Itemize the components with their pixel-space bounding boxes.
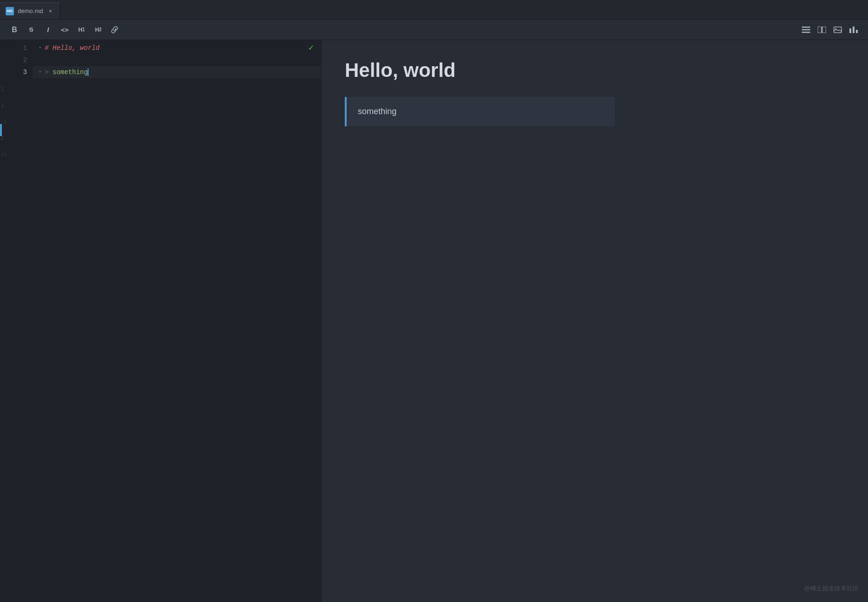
view-chart-button[interactable] bbox=[847, 23, 861, 37]
svg-rect-1 bbox=[802, 29, 810, 30]
link-button[interactable] bbox=[108, 23, 122, 37]
far-left-gutter: 2 1, :1 2 // bbox=[0, 40, 9, 602]
tab-filename: demo.md bbox=[18, 7, 43, 14]
italic-button[interactable]: I bbox=[41, 23, 55, 37]
preview-pane: Hello, world something @稀土掘金技术社区 bbox=[321, 40, 868, 602]
line-number-3: 3 bbox=[23, 66, 27, 78]
editor-content-area[interactable]: ▾ # Hello, world ✓ ▾ > something bbox=[33, 40, 321, 602]
line-numbers: 1 2 3 bbox=[9, 40, 33, 602]
line-number-1: 1 bbox=[23, 42, 27, 54]
editor-line-2[interactable] bbox=[33, 54, 321, 66]
svg-rect-3 bbox=[818, 27, 821, 33]
toolbar-view-controls bbox=[799, 23, 861, 37]
preview-blockquote-text: something bbox=[358, 107, 396, 116]
svg-rect-8 bbox=[853, 27, 854, 33]
preview-heading: Hello, world bbox=[345, 59, 845, 82]
view-list-button[interactable] bbox=[799, 23, 813, 37]
svg-rect-4 bbox=[822, 27, 826, 33]
preview-blockquote: something bbox=[345, 97, 615, 126]
line-2-text bbox=[36, 54, 40, 66]
bold-button[interactable]: B bbox=[7, 23, 21, 37]
main-content: 2 1, :1 2 // 1 2 3 ▾ # Hello, world ✓ bbox=[0, 40, 868, 602]
tab-close-button[interactable]: × bbox=[47, 7, 54, 15]
svg-rect-5 bbox=[834, 27, 842, 33]
line-1-text: # Hello, world bbox=[45, 42, 100, 54]
blockquote-text: something bbox=[53, 66, 88, 78]
svg-rect-0 bbox=[802, 27, 810, 28]
h2-button[interactable]: H2 bbox=[91, 23, 105, 37]
code-button[interactable]: <> bbox=[58, 23, 72, 37]
editor-line-3[interactable]: ▾ > something bbox=[33, 66, 321, 78]
strikethrough-button[interactable]: S bbox=[24, 23, 38, 37]
svg-rect-7 bbox=[849, 28, 851, 33]
editor-lines-container: 1 2 3 ▾ # Hello, world ✓ ▾ bbox=[9, 40, 321, 602]
tab-file-icon: MD bbox=[6, 7, 14, 15]
editor-toolbar: B S I <> H1 H2 bbox=[0, 20, 868, 40]
checkmark-icon: ✓ bbox=[308, 42, 314, 54]
tab-icon-label: MD bbox=[7, 9, 13, 13]
watermark: @稀土掘金技术社区 bbox=[804, 584, 859, 593]
blockquote-marker: > bbox=[45, 66, 53, 78]
tab-demo-md[interactable]: MD demo.md × bbox=[0, 2, 60, 19]
h1-button[interactable]: H1 bbox=[75, 23, 89, 37]
fold-icon-1[interactable]: ▾ bbox=[36, 44, 44, 52]
fold-icon-3[interactable]: ▾ bbox=[36, 68, 44, 76]
svg-rect-2 bbox=[802, 32, 810, 33]
svg-rect-9 bbox=[856, 30, 858, 33]
view-image-button[interactable] bbox=[831, 23, 845, 37]
far-left-labels: 2 1, :1 2 // bbox=[1, 87, 7, 157]
editor-line-1[interactable]: ▾ # Hello, world ✓ bbox=[33, 42, 321, 54]
line-number-2: 2 bbox=[23, 54, 27, 66]
editor-pane[interactable]: 1 2 3 ▾ # Hello, world ✓ ▾ bbox=[9, 40, 321, 602]
view-split-button[interactable] bbox=[815, 23, 829, 37]
text-cursor bbox=[88, 68, 89, 76]
tab-bar: MD demo.md × bbox=[0, 0, 868, 20]
